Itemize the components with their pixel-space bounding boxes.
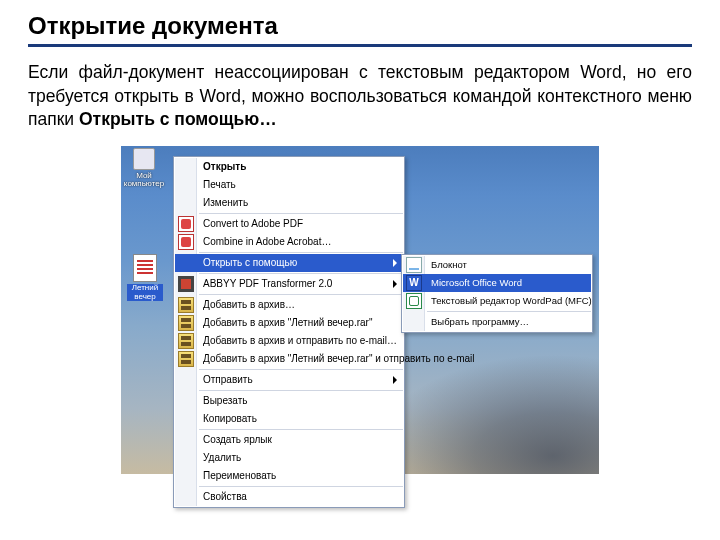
- submenu-choose-program[interactable]: Выбрать программу…: [403, 313, 591, 331]
- chevron-right-icon: [393, 376, 397, 384]
- submenu-notepad[interactable]: Блокнот: [403, 256, 591, 274]
- submenu-list: Блокнот Microsoft Office Word Текстовый …: [403, 256, 591, 331]
- ctx-open[interactable]: Открыть: [175, 158, 403, 176]
- submenu-notepad-label: Блокнот: [431, 259, 467, 270]
- submenu-separator: [427, 311, 591, 312]
- slide-title: Открытие документа: [28, 12, 692, 47]
- archive-icon: [178, 333, 194, 349]
- ctx-add-archive[interactable]: Добавить в архив…: [175, 296, 403, 314]
- computer-icon: [133, 148, 155, 170]
- desktop-icons-strip: Мой компьютер: [123, 148, 169, 194]
- ctx-convert-pdf-label: Convert to Adobe PDF: [203, 218, 303, 229]
- ctx-add-archive-named-email[interactable]: Добавить в архив "Летний вечер.rar" и от…: [175, 350, 403, 368]
- desktop-selected-file[interactable]: Летний вечер: [127, 254, 163, 302]
- open-with-submenu: Блокнот Microsoft Office Word Текстовый …: [401, 254, 593, 333]
- context-menu: Открыть Печать Изменить Convert to Adobe…: [173, 156, 405, 508]
- document-icon: [133, 254, 157, 282]
- ctx-copy[interactable]: Копировать: [175, 410, 403, 428]
- desktop-icon-mycomputer[interactable]: Мой компьютер: [123, 148, 165, 188]
- ctx-separator: [199, 213, 403, 214]
- archive-icon: [178, 351, 194, 367]
- archive-icon: [178, 315, 194, 331]
- ctx-separator: [199, 294, 403, 295]
- submenu-word-label: Microsoft Office Word: [431, 277, 522, 288]
- notepad-icon: [406, 257, 422, 273]
- ctx-convert-pdf[interactable]: Convert to Adobe PDF: [175, 215, 403, 233]
- chevron-right-icon: [393, 259, 397, 267]
- screenshot-desktop: Мой компьютер Летний вечер Открыть Печат…: [121, 146, 599, 474]
- abbyy-icon: [178, 276, 194, 292]
- ctx-separator: [199, 429, 403, 430]
- body-text-bold: Открыть с помощью…: [79, 109, 277, 129]
- wordpad-icon: [406, 293, 422, 309]
- ctx-add-archive-named[interactable]: Добавить в архив "Летний вечер.rar": [175, 314, 403, 332]
- ctx-open-label: Открыть: [203, 161, 246, 172]
- chevron-right-icon: [393, 280, 397, 288]
- ctx-print[interactable]: Печать: [175, 176, 403, 194]
- body-paragraph: Если файл-документ неассоциирован с текс…: [28, 61, 692, 132]
- ctx-open-with-label: Открыть с помощью: [203, 257, 297, 268]
- selected-file-label: Летний вечер: [127, 284, 163, 302]
- desktop-icon-label2: компьютер: [123, 180, 165, 188]
- submenu-word[interactable]: Microsoft Office Word: [403, 274, 591, 292]
- ctx-edit[interactable]: Изменить: [175, 194, 403, 212]
- ctx-add-arch-named-label: Добавить в архив "Летний вечер.rar": [203, 317, 372, 328]
- ctx-separator: [199, 273, 403, 274]
- ctx-send[interactable]: Отправить: [175, 371, 403, 389]
- ctx-combine-pdf[interactable]: Combine in Adobe Acrobat…: [175, 233, 403, 251]
- ctx-combine-pdf-label: Combine in Adobe Acrobat…: [203, 236, 331, 247]
- ctx-shortcut[interactable]: Создать ярлык: [175, 431, 403, 449]
- ctx-properties[interactable]: Свойства: [175, 488, 403, 506]
- context-menu-list: Открыть Печать Изменить Convert to Adobe…: [175, 158, 403, 506]
- ctx-delete[interactable]: Удалить: [175, 449, 403, 467]
- ctx-separator: [199, 252, 403, 253]
- ctx-send-label: Отправить: [203, 374, 253, 385]
- ctx-open-with[interactable]: Открыть с помощью: [175, 254, 403, 272]
- pdf-icon: [178, 216, 194, 232]
- archive-icon: [178, 297, 194, 313]
- ctx-add-archive-email[interactable]: Добавить в архив и отправить по e-mail…: [175, 332, 403, 350]
- submenu-wordpad-label: Текстовый редактор WordPad (MFC): [431, 295, 592, 306]
- word-icon: [406, 275, 422, 291]
- ctx-add-email-label: Добавить в архив и отправить по e-mail…: [203, 335, 397, 346]
- submenu-wordpad[interactable]: Текстовый редактор WordPad (MFC): [403, 292, 591, 310]
- ctx-abbyy-label: ABBYY PDF Transformer 2.0: [203, 278, 332, 289]
- ctx-separator: [199, 369, 403, 370]
- ctx-rename[interactable]: Переименовать: [175, 467, 403, 485]
- ctx-add-named-email-label: Добавить в архив "Летний вечер.rar" и от…: [203, 353, 475, 364]
- ctx-cut[interactable]: Вырезать: [175, 392, 403, 410]
- ctx-abbyy[interactable]: ABBYY PDF Transformer 2.0: [175, 275, 403, 293]
- pdf-icon: [178, 234, 194, 250]
- ctx-add-arch-label: Добавить в архив…: [203, 299, 295, 310]
- ctx-separator: [199, 390, 403, 391]
- ctx-separator: [199, 486, 403, 487]
